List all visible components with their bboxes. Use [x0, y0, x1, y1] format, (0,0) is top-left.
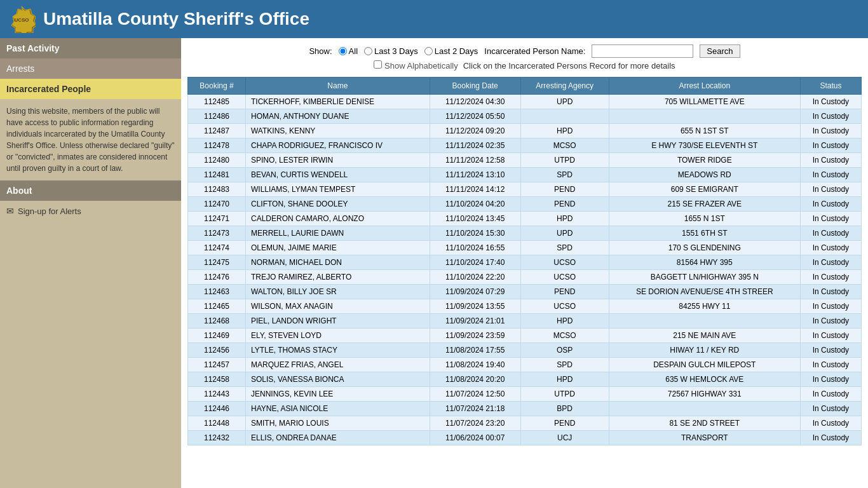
- table-row[interactable]: 112473MERRELL, LAURIE DAWN11/10/2024 15:…: [188, 226, 862, 241]
- table-cell: 112483: [188, 182, 246, 197]
- table-cell: CHAPA RODRIGUEZ, FRANCISCO IV: [245, 139, 430, 153]
- table-cell: SPD: [520, 241, 609, 255]
- radio-last2-input[interactable]: [424, 47, 433, 55]
- radio-last3-input[interactable]: [364, 47, 372, 55]
- table-row[interactable]: 112471CALDERON CAMARO, ALONZO11/10/2024 …: [188, 212, 862, 226]
- table-row[interactable]: 112469ELY, STEVEN LOYD11/09/2024 23:59MC…: [188, 329, 862, 343]
- table-row[interactable]: 112486HOMAN, ANTHONY DUANE11/12/2024 05:…: [188, 109, 862, 124]
- table-cell: E HWY 730/SE ELEVENTH ST: [609, 139, 800, 153]
- table-cell: UPD: [520, 226, 609, 241]
- table-cell: 112469: [188, 329, 246, 343]
- table-row[interactable]: 112485TICKERHOFF, KIMBERLIE DENISE11/12/…: [188, 95, 862, 109]
- table-cell: 11/09/2024 13:55: [430, 299, 520, 314]
- table-cell: 11/10/2024 13:45: [430, 212, 520, 226]
- table-cell: In Custody: [800, 226, 861, 241]
- table-row[interactable]: 112481BEVAN, CURTIS WENDELL11/11/2024 13…: [188, 168, 862, 182]
- table-row[interactable]: 112465WILSON, MAX ANAGIN11/09/2024 13:55…: [188, 299, 862, 314]
- sidebar-signup[interactable]: ✉ Sign-up for Alerts: [0, 201, 181, 221]
- table-cell: In Custody: [800, 285, 861, 299]
- table-row[interactable]: 112483WILLIAMS, LYMAN TEMPEST11/11/2024 …: [188, 182, 862, 197]
- table-cell: 11/08/2024 20:20: [430, 372, 520, 387]
- table-row[interactable]: 112443JENNINGS, KEVIN LEE11/07/2024 12:5…: [188, 387, 862, 402]
- table-cell: 112487: [188, 124, 246, 139]
- table-cell: 112458: [188, 372, 246, 387]
- table-cell: HPD: [520, 212, 609, 226]
- inmates-table: Booking #NameBooking DateArresting Agenc…: [187, 77, 862, 445]
- sidebar-item-past-activity[interactable]: Past Activity: [0, 38, 181, 58]
- table-cell: LYTLE, THOMAS STACY: [245, 343, 430, 358]
- radio-all-input[interactable]: [339, 47, 347, 55]
- sidebar-item-arrests[interactable]: Arrests: [0, 58, 181, 79]
- table-cell: 112480: [188, 153, 246, 168]
- site-title: Umatilla County Sheriff's Office: [43, 9, 309, 29]
- search-input[interactable]: [592, 44, 693, 58]
- sheriff-badge-logo: UCSO: [8, 5, 36, 33]
- table-cell: 11/09/2024 21:01: [430, 314, 520, 329]
- table-cell: In Custody: [800, 212, 861, 226]
- controls-row2: Show Alphabetically Click on the Incarce…: [374, 60, 675, 71]
- sidebar-item-incarcerated[interactable]: Incarcerated People: [0, 79, 181, 99]
- table-cell: UCSO: [520, 270, 609, 285]
- table-cell: In Custody: [800, 241, 861, 255]
- table-cell: In Custody: [800, 314, 861, 329]
- table-cell: 11/10/2024 17:40: [430, 255, 520, 270]
- table-row[interactable]: 112470CLIFTON, SHANE DOOLEY11/10/2024 04…: [188, 197, 862, 212]
- table-cell: In Custody: [800, 197, 861, 212]
- table-cell: 112468: [188, 314, 246, 329]
- table-cell: 112474: [188, 241, 246, 255]
- table-cell: BPD: [520, 402, 609, 416]
- table-cell: In Custody: [800, 343, 861, 358]
- table-row[interactable]: 112448SMITH, MARIO LOUIS11/07/2024 23:20…: [188, 416, 862, 431]
- table-column-header: Booking Date: [430, 78, 520, 95]
- table-cell: BAGGETT LN/HIGHWAY 395 N: [609, 270, 800, 285]
- table-cell: In Custody: [800, 270, 861, 285]
- table-cell: HPD: [520, 124, 609, 139]
- table-row[interactable]: 112475NORMAN, MICHAEL DON11/10/2024 17:4…: [188, 255, 862, 270]
- table-row[interactable]: 112446HAYNE, ASIA NICOLE11/07/2024 21:18…: [188, 402, 862, 416]
- table-row[interactable]: 112463WALTON, BILLY JOE SR11/09/2024 07:…: [188, 285, 862, 299]
- table-row[interactable]: 112480SPINO, LESTER IRWIN11/11/2024 12:5…: [188, 153, 862, 168]
- sidebar: Past Activity Arrests Incarcerated Peopl…: [0, 38, 181, 488]
- table-row[interactable]: 112487WATKINS, KENNY11/12/2024 09:20HPD6…: [188, 124, 862, 139]
- radio-last3[interactable]: Last 3 Days: [364, 46, 418, 56]
- table-cell: 72567 HIGHWAY 331: [609, 387, 800, 402]
- table-row[interactable]: 112474OLEMUN, JAIME MARIE11/10/2024 16:5…: [188, 241, 862, 255]
- table-cell: In Custody: [800, 168, 861, 182]
- table-row[interactable]: 112456LYTLE, THOMAS STACY11/08/2024 17:5…: [188, 343, 862, 358]
- table-row[interactable]: 112432ELLIS, ONDREA DANAE11/06/2024 00:0…: [188, 431, 862, 445]
- table-row[interactable]: 112458SOLIS, VANESSA BIONCA11/08/2024 20…: [188, 372, 862, 387]
- table-cell: TRANSPORT: [609, 431, 800, 445]
- radio-all[interactable]: All: [339, 46, 358, 56]
- table-cell: 11/11/2024 14:12: [430, 182, 520, 197]
- radio-last2[interactable]: Last 2 Days: [424, 46, 478, 56]
- table-cell: UCJ: [520, 431, 609, 445]
- table-cell: In Custody: [800, 329, 861, 343]
- main-content: Show: All Last 3 Days Last 2 Days Incarc…: [181, 38, 868, 488]
- table-cell: SPINO, LESTER IRWIN: [245, 153, 430, 168]
- table-row[interactable]: 112476TREJO RAMIREZ, ALBERTO11/10/2024 2…: [188, 270, 862, 285]
- table-cell: 112448: [188, 416, 246, 431]
- table-cell: UTPD: [520, 153, 609, 168]
- table-cell: WILSON, MAX ANAGIN: [245, 299, 430, 314]
- show-alpha-label[interactable]: Show Alphabetically: [374, 60, 458, 71]
- table-cell: 112443: [188, 387, 246, 402]
- table-cell: In Custody: [800, 95, 861, 109]
- table-cell: 11/08/2024 19:40: [430, 358, 520, 372]
- table-cell: In Custody: [800, 109, 861, 124]
- table-cell: MCSO: [520, 139, 609, 153]
- table-cell: NORMAN, MICHAEL DON: [245, 255, 430, 270]
- table-row[interactable]: 112457MARQUEZ FRIAS, ANGEL11/08/2024 19:…: [188, 358, 862, 372]
- table-cell: SPD: [520, 358, 609, 372]
- table-cell: 215 NE MAIN AVE: [609, 329, 800, 343]
- show-alpha-checkbox[interactable]: [374, 60, 382, 69]
- table-row[interactable]: 112478CHAPA RODRIGUEZ, FRANCISCO IV11/11…: [188, 139, 862, 153]
- table-cell: SOLIS, VANESSA BIONCA: [245, 372, 430, 387]
- table-row[interactable]: 112468PIEL, LANDON WRIGHT11/09/2024 21:0…: [188, 314, 862, 329]
- table-cell: TOWER RIDGE: [609, 153, 800, 168]
- table-cell: CALDERON CAMARO, ALONZO: [245, 212, 430, 226]
- table-cell: In Custody: [800, 153, 861, 168]
- search-button[interactable]: Search: [700, 44, 740, 58]
- table-header-row: Booking #NameBooking DateArresting Agenc…: [188, 78, 862, 95]
- table-cell: 11/10/2024 04:20: [430, 197, 520, 212]
- table-cell: In Custody: [800, 387, 861, 402]
